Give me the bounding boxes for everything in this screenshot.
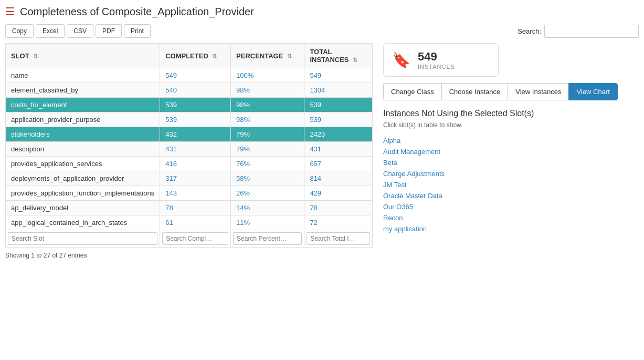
instance-link[interactable]: Recon: [383, 214, 403, 222]
list-item[interactable]: Our O365: [383, 201, 639, 212]
cell-total: 657: [304, 157, 373, 171]
list-item[interactable]: my application: [383, 223, 639, 234]
table-row[interactable]: deployments_of_application_provider 317 …: [6, 171, 373, 186]
pdf-button[interactable]: PDF: [96, 24, 122, 38]
cell-completed: 539: [160, 98, 231, 112]
table-row[interactable]: name 549 100% 549: [6, 68, 373, 83]
cell-slot: element_classified_by: [6, 83, 160, 98]
cell-percentage: 76%: [231, 157, 304, 171]
table-row[interactable]: ap_delivery_model 78 14% 78: [6, 201, 373, 215]
table-row[interactable]: provides_application_function_implementa…: [6, 186, 373, 201]
cell-slot: app_logical_contained_in_arch_states: [6, 215, 160, 230]
cell-total: 1304: [304, 83, 373, 98]
cell-completed: 143: [160, 186, 231, 201]
instance-link[interactable]: Charge Adjustments: [383, 170, 445, 178]
cell-total: 78: [304, 201, 373, 215]
table-row[interactable]: application_provider_purpose 539 98% 539: [6, 112, 373, 127]
page-title: Completeness of Composite_Application_Pr…: [20, 6, 254, 18]
cell-completed: 432: [160, 127, 231, 142]
cell-completed: 78: [160, 201, 231, 215]
list-icon: ☰: [5, 5, 15, 18]
tab-view-chart[interactable]: View Chart: [568, 83, 617, 100]
cell-total: 539: [304, 98, 373, 112]
tab-change-class[interactable]: Change Class: [383, 83, 441, 100]
tab-choose-instance[interactable]: Choose Instance: [441, 83, 508, 100]
col-total: TOTALINSTANCES ⇅: [304, 44, 373, 68]
cell-percentage: 79%: [231, 142, 304, 157]
sort-total-icon[interactable]: ⇅: [353, 57, 357, 63]
tab-view-instances[interactable]: View Instances: [508, 83, 568, 100]
search-percentage-input[interactable]: [233, 232, 302, 245]
cell-total: 814: [304, 171, 373, 186]
copy-button[interactable]: Copy: [5, 24, 34, 38]
cell-total: 2423: [304, 127, 373, 142]
table-row[interactable]: description 431 79% 431: [6, 142, 373, 157]
search-row: [6, 230, 373, 248]
cell-percentage: 98%: [231, 83, 304, 98]
instance-link[interactable]: JM Test: [383, 181, 407, 189]
search-area: Search:: [518, 25, 639, 38]
cell-slot: name: [6, 68, 160, 83]
cell-total: 429: [304, 186, 373, 201]
instance-list: AlphaAudit ManagementBetaCharge Adjustme…: [383, 135, 639, 234]
instance-link[interactable]: Beta: [383, 159, 397, 167]
list-item[interactable]: Alpha: [383, 135, 639, 146]
list-item[interactable]: Oracle Master Data: [383, 190, 639, 201]
cell-slot: description: [6, 142, 160, 157]
col-completed: COMPLETED ⇅: [160, 44, 231, 68]
main-layout: SLOT ⇅ COMPLETED ⇅ PERCENTAGE ⇅ TOTALINS…: [5, 43, 639, 259]
cell-slot: costs_for_element: [6, 98, 160, 112]
instance-link[interactable]: my application: [383, 225, 427, 233]
cell-completed: 431: [160, 142, 231, 157]
cell-total: 549: [304, 68, 373, 83]
list-item[interactable]: Audit Management: [383, 146, 639, 157]
excel-button[interactable]: Excel: [36, 24, 65, 38]
table-row[interactable]: costs_for_element 539 98% 539: [6, 98, 373, 112]
search-total-input[interactable]: [307, 232, 370, 245]
search-completed-input[interactable]: [162, 232, 228, 245]
instance-link[interactable]: Audit Management: [383, 148, 440, 156]
col-slot: SLOT ⇅: [6, 44, 160, 68]
cell-slot: ap_delivery_model: [6, 201, 160, 215]
cell-completed: 317: [160, 171, 231, 186]
page-header: ☰ Completeness of Composite_Application_…: [5, 5, 639, 18]
csv-button[interactable]: CSV: [67, 24, 93, 38]
table-row[interactable]: app_logical_contained_in_arch_states 61 …: [6, 215, 373, 230]
search-label: Search:: [518, 27, 541, 35]
cell-total: 431: [304, 142, 373, 157]
print-button[interactable]: Print: [124, 24, 151, 38]
list-item[interactable]: JM Test: [383, 179, 639, 190]
cell-slot: stakeholders: [6, 127, 160, 142]
instance-link[interactable]: Our O365: [383, 203, 413, 211]
search-input[interactable]: [544, 25, 639, 38]
cell-completed: 539: [160, 112, 231, 127]
list-item[interactable]: Recon: [383, 212, 639, 223]
col-percentage: PERCENTAGE ⇅: [231, 44, 304, 68]
table-row[interactable]: provides_application_services 416 76% 65…: [6, 157, 373, 171]
cell-percentage: 14%: [231, 201, 304, 215]
cell-completed: 549: [160, 68, 231, 83]
sort-completed-icon[interactable]: ⇅: [212, 53, 217, 59]
table-row[interactable]: element_classified_by 540 98% 1304: [6, 83, 373, 98]
toolbar: Copy Excel CSV PDF Print Search:: [5, 24, 639, 38]
search-slot-input[interactable]: [8, 232, 157, 245]
data-table: SLOT ⇅ COMPLETED ⇅ PERCENTAGE ⇅ TOTALINS…: [5, 43, 373, 248]
list-item[interactable]: Beta: [383, 157, 639, 168]
cell-percentage: 26%: [231, 186, 304, 201]
panel-content: Instances Not Using the Selected Slot(s)…: [383, 109, 639, 234]
cell-completed: 61: [160, 215, 231, 230]
instance-card: 🔖 549 INSTANCES: [383, 43, 499, 77]
list-item[interactable]: Charge Adjustments: [383, 168, 639, 179]
action-tabs: Change Class Choose Instance View Instan…: [383, 83, 639, 100]
cell-slot: provides_application_services: [6, 157, 160, 171]
sort-percentage-icon[interactable]: ⇅: [287, 53, 292, 59]
table-row[interactable]: stakeholders 432 79% 2423: [6, 127, 373, 142]
sort-slot-icon[interactable]: ⇅: [33, 53, 38, 59]
instance-link[interactable]: Alpha: [383, 137, 400, 145]
instance-link[interactable]: Oracle Master Data: [383, 192, 442, 200]
instance-label: INSTANCES: [418, 64, 455, 70]
cell-percentage: 98%: [231, 98, 304, 112]
cell-slot: application_provider_purpose: [6, 112, 160, 127]
bookmark-icon: 🔖: [392, 52, 410, 69]
cell-percentage: 58%: [231, 171, 304, 186]
